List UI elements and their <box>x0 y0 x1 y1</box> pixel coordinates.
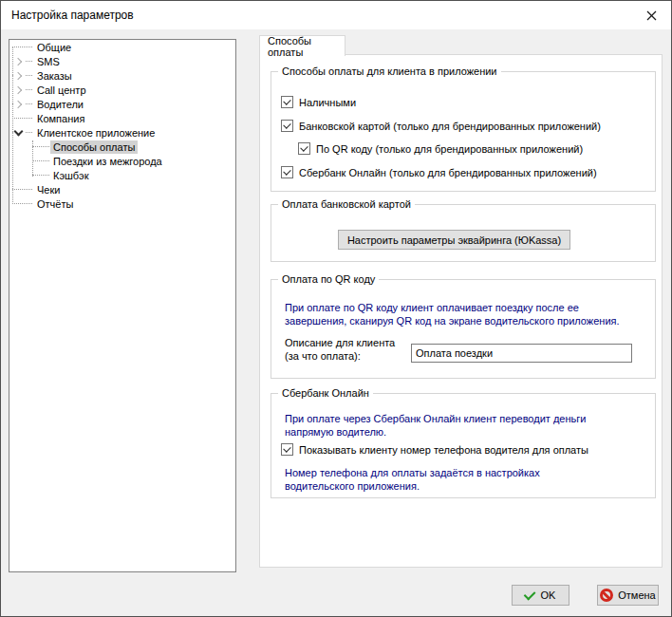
tree-expand-chevron-icon <box>13 56 25 66</box>
checkbox-qr-code[interactable]: По QR коду (только для брендированных пр… <box>298 141 583 156</box>
checkbox-bank-card-label: Банковской картой (только для брендирова… <box>299 121 601 132</box>
tree-item-obshchie[interactable]: Общие <box>9 40 235 54</box>
window-title: Настройка параметров <box>11 1 134 29</box>
group-card-payment-title: Оплата банковской картой <box>278 198 415 210</box>
checkbox-bank-card[interactable]: Банковской картой (только для брендирова… <box>281 119 601 133</box>
tree-item-voditeli[interactable]: Водители <box>9 97 235 111</box>
checkbox-cash-box-icon <box>281 96 293 108</box>
checkbox-show-driver-phone[interactable]: Показывать клиенту номер телефона водите… <box>281 442 588 457</box>
tree-item-sms[interactable]: SMS <box>9 54 235 68</box>
ok-button-label: OK <box>541 589 556 601</box>
tree-item-label: Клиентское приложение <box>34 126 158 140</box>
qr-payment-info: При оплате по QR коду клиент оплачивает … <box>285 301 620 327</box>
tree-expand-chevron-icon <box>13 70 25 81</box>
group-qr-payment-title: Оплата по QR коду <box>278 273 379 285</box>
title-bar: Настройка параметров <box>1 1 671 29</box>
checkbox-show-driver-phone-label: Показывать клиенту номер телефона водите… <box>299 444 588 456</box>
tree-item-label: Водители <box>34 98 86 111</box>
client-description-label: Описание для клиента (за что оплата): <box>285 336 395 363</box>
close-icon <box>646 10 657 21</box>
tree-items: Общие SMS Заказы Call центр Водители Ком… <box>9 40 235 211</box>
group-payment-methods: Способы оплаты для клиента в приложении … <box>271 71 656 192</box>
settings-dialog: Настройка параметров Общие SMS Заказы Ca… <box>0 0 672 617</box>
checkbox-qr-code-label: По QR коду (только для брендированных пр… <box>316 143 583 155</box>
ok-check-icon <box>523 588 535 600</box>
settings-tree: Общие SMS Заказы Call центр Водители Ком… <box>9 39 236 572</box>
tree-item-kompaniya[interactable]: Компания <box>9 111 235 125</box>
cancel-button[interactable]: Отмена <box>597 585 659 606</box>
group-qr-payment: Оплата по QR коду При оплате по QR коду … <box>271 279 656 379</box>
tree-item-call-centr[interactable]: Call центр <box>9 83 235 97</box>
checkbox-cash-label: Наличными <box>299 97 356 108</box>
client-description-input[interactable] <box>411 344 632 363</box>
tree-item-label: Компания <box>34 112 87 125</box>
tree-item-keshbek[interactable]: Кэшбэк <box>9 168 235 182</box>
tree-item-label: Чеки <box>34 183 63 196</box>
group-payment-methods-title: Способы оплаты для клиента в приложении <box>278 65 501 77</box>
tree-item-label: Заказы <box>34 69 75 83</box>
checkbox-show-driver-phone-box-icon <box>281 443 293 456</box>
cancel-button-label: Отмена <box>618 589 655 601</box>
tree-item-label: Поездки из межгорода <box>50 155 165 168</box>
checkbox-sberbank-online[interactable]: Сбербанк Онлайн (только для брендированн… <box>281 165 597 179</box>
checkbox-qr-code-box-icon <box>298 142 310 155</box>
tree-item-label: Отчёты <box>34 197 76 211</box>
checkbox-cash[interactable]: Наличными <box>281 95 356 109</box>
sberbank-phone-note: Номер телефона для оплаты задаётся в нас… <box>285 466 540 493</box>
tree-item-label: SMS <box>34 55 63 68</box>
tree-item-label: Способы оплаты <box>50 140 138 154</box>
tab-payment-methods[interactable]: Способы оплаты <box>259 35 345 56</box>
checkbox-sberbank-online-box-icon <box>281 166 293 178</box>
tree-expand-chevron-icon <box>13 99 25 109</box>
group-sberbank-online: Сбербанк Онлайн При оплате через Сбербан… <box>271 393 656 498</box>
ok-button[interactable]: OK <box>512 585 569 606</box>
tree-expand-chevron-icon <box>13 84 25 95</box>
checkbox-bank-card-box-icon <box>281 120 293 132</box>
close-button[interactable] <box>632 2 670 28</box>
tree-item-zakazy[interactable]: Заказы <box>9 68 235 83</box>
sberbank-info: При оплате через Сбербанк Онлайн клиент … <box>285 412 586 439</box>
tree-item-poezdki-iz-mezhgoroda[interactable]: Поездки из межгорода <box>9 154 235 168</box>
tree-item-cheki[interactable]: Чеки <box>9 182 235 196</box>
tab-label: Способы оплаты <box>268 35 345 58</box>
cancel-prohibition-icon <box>600 589 613 602</box>
checkbox-sberbank-online-label: Сбербанк Онлайн (только для брендированн… <box>299 167 597 178</box>
group-card-payment: Оплата банковской картой Настроить парам… <box>271 204 656 262</box>
tree-item-klientskoe-prilozhenie[interactable]: Клиентское приложение <box>9 125 235 140</box>
tab-page-payment-methods: Способы оплаты для клиента в приложении … <box>259 54 663 568</box>
tree-item-otchyoty[interactable]: Отчёты <box>9 196 235 211</box>
tree-item-label: Call центр <box>34 84 89 97</box>
tree-item-label: Общие <box>34 41 74 54</box>
group-sberbank-online-title: Сбербанк Онлайн <box>278 387 373 399</box>
tree-item-sposoby-oplaty[interactable]: Способы оплаты <box>9 140 235 154</box>
configure-acquiring-button[interactable]: Настроить параметры эквайринга (ЮKassa) <box>338 230 570 250</box>
tree-item-label: Кэшбэк <box>50 169 91 182</box>
tree-expand-chevron-icon <box>13 127 25 138</box>
